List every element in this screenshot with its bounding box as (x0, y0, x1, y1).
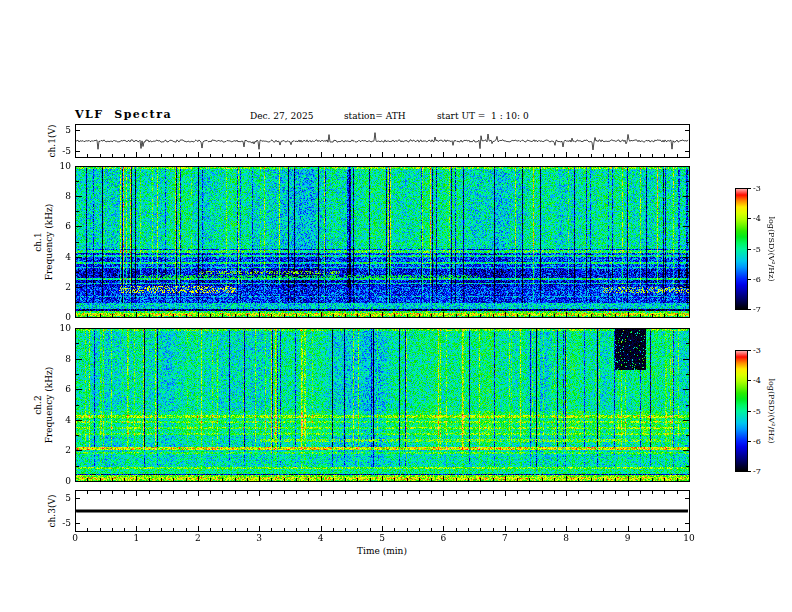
axis-tick (112, 314, 113, 317)
axis-tick (76, 389, 82, 390)
axis-tick (542, 478, 543, 481)
y-tick-label: 0 (45, 312, 71, 322)
ch2-freq-axis-label: ch.2 Frequency (kHz) (33, 367, 56, 444)
axis-tick (222, 478, 223, 481)
axis-tick (76, 498, 80, 499)
y-tick-label: 6 (45, 384, 71, 394)
axis-tick (235, 528, 236, 531)
axis-tick (76, 211, 79, 212)
axis-tick (468, 154, 469, 157)
axis-tick (443, 152, 444, 157)
axis-tick (87, 314, 88, 317)
axis-tick (566, 491, 567, 496)
y-tick-label: 4 (45, 415, 71, 425)
axis-tick (259, 152, 260, 157)
axis-tick (345, 154, 346, 157)
axis-tick (748, 279, 751, 280)
axis-tick (686, 211, 689, 212)
axis-tick (686, 242, 689, 243)
axis-tick (686, 343, 689, 344)
axis-tick (210, 478, 211, 481)
axis-tick (443, 476, 444, 481)
axis-tick (640, 478, 641, 481)
axis-tick (683, 287, 689, 288)
axis-tick (124, 154, 125, 157)
axis-tick (456, 478, 457, 481)
axis-tick (161, 491, 162, 494)
axis-tick (419, 478, 420, 481)
axis-tick (468, 478, 469, 481)
axis-tick (686, 374, 689, 375)
axis-tick (76, 226, 82, 227)
colorbar-ch2 (735, 350, 748, 472)
axis-tick (578, 528, 579, 531)
axis-tick (554, 314, 555, 317)
colorbar-ch1 (735, 188, 748, 310)
axis-tick (542, 491, 543, 494)
axis-tick (382, 526, 383, 531)
axis-tick (689, 476, 690, 481)
axis-tick (296, 314, 297, 317)
axis-tick (542, 154, 543, 157)
axis-tick (566, 526, 567, 531)
axis-tick (76, 317, 82, 318)
ch2-channel-label: ch.2 (33, 367, 44, 444)
axis-tick (686, 435, 689, 436)
axis-tick (161, 314, 162, 317)
axis-tick (664, 528, 665, 531)
axis-tick (76, 435, 79, 436)
axis-tick (628, 476, 629, 481)
axis-tick (186, 154, 187, 157)
axis-tick (198, 526, 199, 531)
axis-tick (394, 478, 395, 481)
axis-tick (296, 478, 297, 481)
colorbar-tick-label: -5 (753, 406, 761, 415)
axis-tick (149, 154, 150, 157)
axis-tick (382, 152, 383, 157)
x-tick-label: 10 (683, 533, 694, 543)
axis-tick (271, 154, 272, 157)
axis-tick (235, 154, 236, 157)
axis-tick (685, 130, 689, 131)
ch3-waveform-canvas (76, 491, 689, 531)
axis-tick (748, 350, 751, 351)
axis-tick (640, 491, 641, 494)
y-tick-label: 10 (45, 161, 71, 171)
axis-tick (529, 478, 530, 481)
axis-tick (76, 359, 82, 360)
axis-tick (748, 411, 751, 412)
colorbar-tick-label: -4 (753, 214, 761, 223)
axis-tick (748, 249, 751, 250)
axis-tick (321, 476, 322, 481)
axis-tick (296, 491, 297, 494)
axis-tick (149, 314, 150, 317)
y-tick-label: 2 (45, 282, 71, 292)
axis-tick (677, 528, 678, 531)
axis-tick (124, 491, 125, 494)
axis-tick (308, 478, 309, 481)
axis-tick (87, 528, 88, 531)
axis-tick (493, 491, 494, 494)
axis-tick (456, 491, 457, 494)
axis-tick (382, 476, 383, 481)
axis-tick (591, 314, 592, 317)
axis-tick (247, 478, 248, 481)
axis-tick (76, 287, 82, 288)
axis-tick (136, 491, 137, 496)
axis-tick (407, 154, 408, 157)
x-tick-label: 9 (625, 533, 631, 543)
axis-tick (640, 528, 641, 531)
axis-tick (100, 478, 101, 481)
axis-tick (186, 478, 187, 481)
axis-tick (173, 491, 174, 494)
axis-tick (259, 491, 260, 496)
axis-tick (456, 154, 457, 157)
axis-tick (112, 478, 113, 481)
axis-tick (345, 491, 346, 494)
colorbar-tick-label: -6 (753, 436, 761, 445)
axis-tick (76, 523, 80, 524)
axis-tick (136, 526, 137, 531)
axis-tick (407, 314, 408, 317)
axis-tick (529, 528, 530, 531)
x-tick-label: 6 (441, 533, 447, 543)
